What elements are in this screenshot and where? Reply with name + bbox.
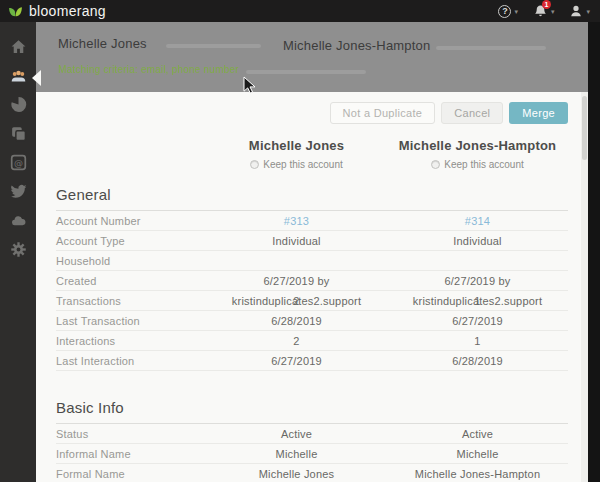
help-menu[interactable]: ? ▾ <box>498 5 518 18</box>
email-icon: @ <box>10 154 27 171</box>
help-icon: ? <box>498 5 511 18</box>
row-value: 6/27/2019 <box>387 311 568 330</box>
window-edge <box>588 22 600 482</box>
compare-row: Last Interaction6/27/20196/28/2019 <box>56 351 568 371</box>
row-label: Created <box>56 271 206 290</box>
brand-name: bloomerang <box>29 3 106 19</box>
sidebar-item-twitter[interactable] <box>4 181 32 201</box>
row-label: Transactions <box>56 291 206 310</box>
merge-actions: Not a Duplicate Cancel Merge <box>56 92 568 124</box>
row-value: 2 <box>206 291 387 310</box>
chevron-down-icon: ▾ <box>586 8 590 15</box>
radio-icon <box>431 160 440 169</box>
keep-account-label: Keep this account <box>444 159 524 170</box>
duplicate-left-name: Michelle Jones <box>58 36 147 51</box>
user-icon <box>569 4 583 18</box>
divider <box>246 70 366 74</box>
radio-icon <box>250 160 259 169</box>
row-label: Status <box>56 424 206 443</box>
merge-button[interactable]: Merge <box>509 102 568 124</box>
compare-row: Interactions21 <box>56 331 568 351</box>
row-label: Formal Name <box>56 464 206 482</box>
not-a-duplicate-button[interactable]: Not a Duplicate <box>330 102 436 124</box>
compare-section: Basic InfoStatusActiveActiveInformal Nam… <box>56 371 568 482</box>
row-value: Individual <box>387 231 568 250</box>
user-menu[interactable]: ▾ <box>569 4 590 18</box>
brand-home-link[interactable]: bloomerang <box>8 3 106 19</box>
constituents-icon <box>9 67 28 84</box>
row-value: Michelle <box>387 444 568 463</box>
account-number-link[interactable]: #313 <box>206 211 387 230</box>
compare-row: Household <box>56 251 568 271</box>
compare-row: Transactions21 <box>56 291 568 311</box>
row-label: Account Type <box>56 231 206 250</box>
app-window: bloomerang ? ▾ 1 ▾ ▾ <box>0 0 600 482</box>
row-value: 6/27/2019 by kristinduplicates2.support <box>206 271 387 290</box>
account-number-link[interactable]: #314 <box>387 211 568 230</box>
row-label: Last Transaction <box>56 311 206 330</box>
sidebar-item-cloud[interactable] <box>4 210 32 230</box>
compare-row: Account TypeIndividualIndividual <box>56 231 568 251</box>
settings-icon <box>10 241 27 258</box>
compare-sections: GeneralAccount Number#313#314Account Typ… <box>56 173 568 482</box>
sidebar-item-reports[interactable] <box>4 94 32 114</box>
row-value <box>206 251 387 270</box>
right-account-column-header: Michelle Jones-Hampton Keep this account <box>387 138 568 173</box>
compare-row: Account Number#313#314 <box>56 211 568 231</box>
compare-row: Formal NameMichelle JonesMichelle Jones-… <box>56 464 568 482</box>
keep-account-label: Keep this account <box>263 159 343 170</box>
compare-row: Informal NameMichelleMichelle <box>56 444 568 464</box>
sidebar-item-letters[interactable] <box>4 123 32 143</box>
row-label: Interactions <box>56 331 206 350</box>
notification-badge: 1 <box>542 0 551 9</box>
app-body: @ <box>0 22 600 482</box>
sidebar: @ <box>0 22 36 482</box>
merge-compare-panel: Not a Duplicate Cancel Merge Michelle Jo… <box>36 92 588 482</box>
twitter-icon <box>10 183 27 200</box>
compare-row: StatusActiveActive <box>56 424 568 444</box>
scrollbar-thumb[interactable] <box>582 96 587 160</box>
row-label: Account Number <box>56 211 206 230</box>
row-value <box>387 251 568 270</box>
divider <box>436 46 546 50</box>
row-label: Informal Name <box>56 444 206 463</box>
right-account-name: Michelle Jones-Hampton <box>387 138 568 153</box>
row-value: Active <box>387 424 568 443</box>
sidebar-item-settings[interactable] <box>4 239 32 259</box>
row-value: Michelle Jones <box>206 464 387 482</box>
letters-icon <box>10 125 27 142</box>
row-label: Last Interaction <box>56 351 206 370</box>
compare-row: Last Transaction6/28/20196/27/2019 <box>56 311 568 331</box>
row-value: Michelle Jones-Hampton <box>387 464 568 482</box>
divider <box>166 44 261 48</box>
bloomerang-logo-icon <box>8 4 23 19</box>
notifications-menu[interactable]: 1 ▾ <box>533 4 555 19</box>
row-value: 6/27/2019 by kristinduplicates2.support <box>387 271 568 290</box>
spacer <box>56 138 206 173</box>
keep-right-account-radio[interactable]: Keep this account <box>431 159 524 170</box>
compare-row: Created6/27/2019 by kristinduplicates2.s… <box>56 271 568 291</box>
row-label: Household <box>56 251 206 270</box>
row-value: Individual <box>206 231 387 250</box>
keep-left-account-radio[interactable]: Keep this account <box>250 159 343 170</box>
sidebar-item-email[interactable]: @ <box>4 152 32 172</box>
sidebar-item-constituents[interactable] <box>4 65 32 85</box>
topbar: bloomerang ? ▾ 1 ▾ ▾ <box>0 0 600 22</box>
sidebar-item-home[interactable] <box>4 36 32 56</box>
cloud-icon <box>10 213 27 228</box>
chevron-down-icon: ▾ <box>551 8 555 15</box>
mouse-cursor <box>243 76 257 95</box>
topbar-right: ? ▾ 1 ▾ ▾ <box>498 4 590 19</box>
section-title: General <box>56 173 568 211</box>
row-value: 1 <box>387 291 568 310</box>
merge-modal: Michelle Jones Michelle Jones-Hampton Ma… <box>36 22 588 482</box>
row-value: Active <box>206 424 387 443</box>
section-title: Basic Info <box>56 371 568 424</box>
cancel-button[interactable]: Cancel <box>441 102 503 124</box>
svg-text:@: @ <box>13 157 22 167</box>
row-value: 1 <box>387 331 568 350</box>
scrollbar[interactable] <box>581 92 588 482</box>
duplicates-page-header: Michelle Jones Michelle Jones-Hampton Ma… <box>36 22 588 92</box>
row-value: 6/28/2019 <box>206 311 387 330</box>
duplicate-right-name: Michelle Jones-Hampton <box>283 38 430 53</box>
